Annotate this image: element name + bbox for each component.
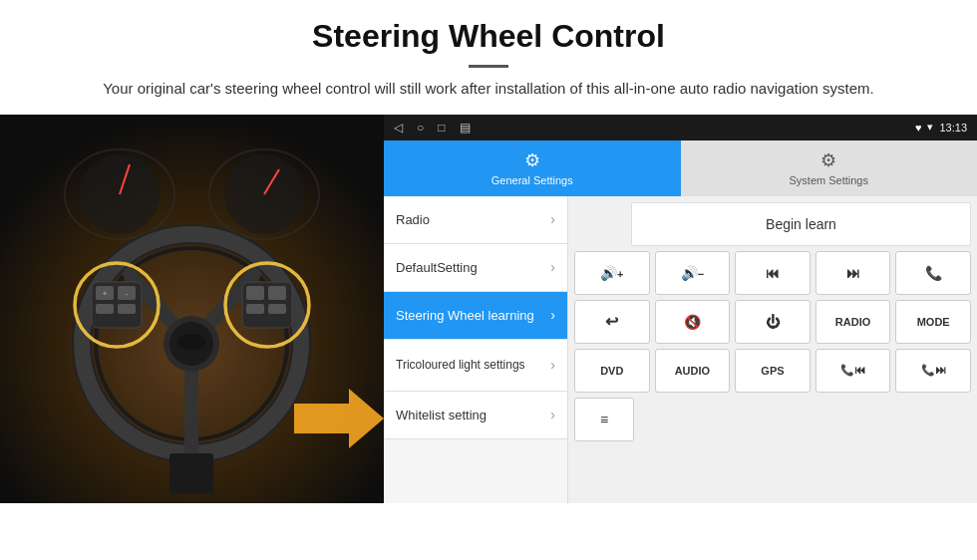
tab-general-label: General Settings (491, 174, 573, 186)
radio-label: RADIO (835, 316, 870, 328)
phone-prev-icon: 📞⏮ (840, 364, 865, 377)
dvd-label: DVD (600, 365, 623, 377)
car-background: + - (0, 115, 384, 503)
gps-label: GPS (761, 365, 784, 377)
call-button[interactable]: 📞 (895, 251, 971, 295)
home-icon[interactable]: ○ (417, 121, 424, 135)
ctrl-row-4: ≡ (574, 398, 971, 441)
volume-down-icon: 🔊− (681, 265, 704, 281)
radio-button[interactable]: RADIO (815, 300, 891, 344)
mute-icon: 🔇 (684, 314, 701, 330)
svg-rect-24 (246, 286, 264, 300)
menu-item-whitelist-label: Whitelist setting (396, 408, 487, 422)
ctrl-row-1: 🔊+ 🔊− ⏮ ⏭ 📞 (574, 251, 971, 295)
vol-down-button[interactable]: 🔊− (655, 251, 731, 295)
svg-rect-27 (268, 304, 286, 314)
list-icon: ≡ (600, 412, 608, 427)
status-bar: ◁ ○ □ ▤ ♥ ▾ 13:13 (384, 115, 977, 140)
prev-track-button[interactable]: ⏮ (735, 251, 811, 295)
vol-up-button[interactable]: 🔊+ (574, 251, 650, 295)
android-ui: ◁ ○ □ ▤ ♥ ▾ 13:13 ⚙ General Settings ⚙ S… (384, 115, 977, 503)
menu-item-steering-label: Steering Wheel learning (396, 308, 534, 323)
chevron-right-icon: › (550, 407, 555, 422)
chevron-right-icon: › (550, 357, 555, 374)
page-header: Steering Wheel Control Your original car… (0, 0, 977, 115)
ctrl-row-3: DVD AUDIO GPS 📞⏮ 📞⏭ (574, 349, 971, 393)
car-image-area: + - (0, 115, 384, 503)
svg-rect-26 (246, 304, 264, 314)
svg-rect-20 (118, 304, 136, 314)
tab-system[interactable]: ⚙ System Settings (681, 140, 978, 196)
chevron-right-icon: › (550, 307, 555, 323)
menu-item-radio[interactable]: Radio › (384, 196, 567, 244)
mode-button[interactable]: MODE (895, 300, 971, 344)
next-track-icon: ⏭ (846, 265, 860, 281)
tab-general[interactable]: ⚙ General Settings (384, 140, 681, 196)
phone-next-icon: 📞⏭ (921, 364, 946, 377)
svg-rect-25 (268, 286, 286, 300)
status-bar-right: ♥ ▾ 13:13 (915, 121, 967, 134)
svg-rect-31 (169, 453, 213, 493)
back-call-button[interactable]: ↩ (574, 300, 650, 344)
svg-text:+: + (103, 290, 107, 297)
menu-item-whitelist[interactable]: Whitelist setting › (384, 392, 567, 439)
volume-up-icon: 🔊+ (600, 265, 623, 281)
content-area: Radio › DefaultSetting › Steering Wheel … (384, 196, 977, 503)
audio-label: AUDIO (675, 365, 710, 377)
ctrl-row-2: ↩ 🔇 ⏻ RADIO MODE (574, 300, 971, 344)
mute-button[interactable]: 🔇 (655, 300, 731, 344)
main-content: + - ◁ ○ (0, 115, 977, 503)
tab-bar: ⚙ General Settings ⚙ System Settings (384, 140, 977, 196)
right-panel: Begin learn 🔊+ 🔊− ⏮ ⏭ (568, 196, 977, 503)
tab-system-label: System Settings (790, 174, 868, 186)
menu-item-default-label: DefaultSetting (396, 260, 478, 275)
phone-next-button[interactable]: 📞⏭ (895, 349, 971, 393)
return-icon: ↩ (605, 312, 618, 331)
general-settings-icon: ⚙ (524, 149, 540, 171)
system-settings-icon: ⚙ (820, 149, 836, 171)
power-icon: ⏻ (766, 314, 780, 330)
list-icon-button[interactable]: ≡ (574, 398, 634, 441)
menu-icon[interactable]: ▤ (460, 121, 471, 135)
next-track-button[interactable]: ⏭ (815, 251, 891, 295)
recents-icon[interactable]: □ (438, 121, 445, 135)
power-button[interactable]: ⏻ (735, 300, 811, 344)
phone-prev-button[interactable]: 📞⏮ (815, 349, 891, 393)
gps-button[interactable]: GPS (735, 349, 811, 393)
back-icon[interactable]: ◁ (394, 121, 403, 135)
svg-point-15 (177, 334, 205, 350)
clock: 13:13 (939, 122, 967, 134)
left-menu: Radio › DefaultSetting › Steering Wheel … (384, 196, 568, 503)
title-divider (469, 65, 508, 68)
mode-label: MODE (917, 316, 950, 328)
menu-item-tricoloured[interactable]: Tricoloured light settings › (384, 340, 567, 392)
phone-icon: 📞 (925, 265, 942, 281)
subtitle: Your original car's steering wheel contr… (0, 78, 977, 115)
dvd-button[interactable]: DVD (574, 349, 650, 393)
begin-learn-button[interactable]: Begin learn (631, 202, 971, 246)
prev-track-icon: ⏮ (766, 265, 780, 281)
begin-learn-row: Begin learn (574, 202, 971, 246)
menu-item-tricoloured-label: Tricoloured light settings (396, 358, 525, 372)
menu-item-default[interactable]: DefaultSetting › (384, 244, 567, 292)
status-bar-left: ◁ ○ □ ▤ (394, 121, 471, 135)
chevron-right-icon: › (550, 211, 555, 227)
page-title: Steering Wheel Control (0, 0, 977, 59)
audio-button[interactable]: AUDIO (655, 349, 731, 393)
menu-item-steering[interactable]: Steering Wheel learning › (384, 292, 567, 340)
wifi-icon: ▾ (927, 121, 933, 134)
menu-item-radio-label: Radio (396, 212, 430, 227)
chevron-right-icon: › (550, 259, 555, 275)
svg-rect-19 (96, 304, 114, 314)
gps-icon: ♥ (915, 122, 922, 134)
